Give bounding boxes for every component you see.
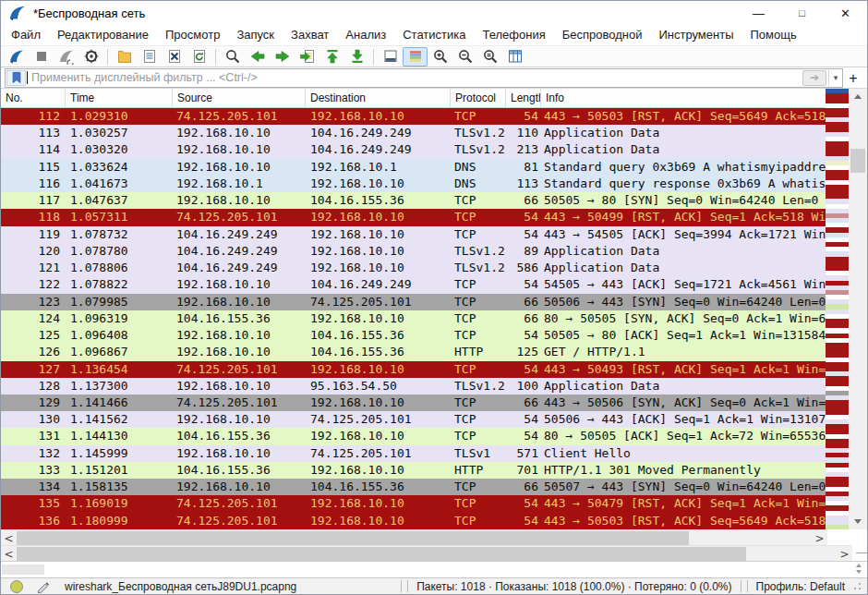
vertical-scrollbar[interactable] [849, 89, 867, 529]
filter-dropdown-caret[interactable]: ▾ [828, 70, 842, 86]
column-header-length[interactable]: Length [506, 89, 541, 107]
packet-row[interactable]: 1341.158135192.168.10.10104.16.155.36TCP… [1, 479, 826, 495]
packet-row[interactable]: 1191.078732104.16.249.249192.168.10.10TC… [1, 226, 826, 243]
menu-wireless[interactable]: Беспроводной [554, 25, 651, 45]
save-file-button[interactable] [137, 47, 162, 67]
packet-row[interactable]: 1201.078780104.16.249.249192.168.10.10TL… [1, 243, 826, 260]
zoom-out-button[interactable] [452, 47, 477, 67]
cell-time: 1.041673 [70, 176, 172, 192]
find-packet-button[interactable] [220, 47, 245, 67]
menu-tools[interactable]: Инструменты [650, 25, 741, 45]
open-file-button[interactable] [112, 47, 137, 67]
capture-options-button[interactable] [78, 47, 103, 67]
go-to-top-button[interactable] [319, 47, 344, 67]
go-to-bottom-button[interactable] [344, 47, 369, 67]
scroll-left-arrow[interactable]: < [1, 530, 17, 546]
close-button[interactable]: ✕ [824, 1, 867, 25]
scroll-right-arrow[interactable]: > [812, 530, 827, 546]
go-forward-button[interactable] [270, 47, 295, 67]
expert-info-icon[interactable] [10, 580, 23, 593]
packet-row[interactable]: 1221.078822192.168.10.10104.16.249.249TC… [1, 276, 826, 293]
cell-destination: 74.125.205.101 [310, 445, 449, 462]
horizontal-scrollbar-2[interactable]: < > [1, 545, 852, 561]
packet-row[interactable]: 1131.030257192.168.10.10104.16.249.249TL… [1, 125, 826, 141]
packet-row[interactable]: 1141.030320192.168.10.10104.16.249.249TL… [1, 141, 826, 158]
resize-grip-icon[interactable] [852, 581, 862, 592]
close-file-button[interactable] [162, 47, 187, 67]
scroll-right-arrow[interactable]: > [837, 546, 852, 562]
packet-row[interactable]: 1161.041673192.168.10.1192.168.10.10DNS1… [1, 176, 826, 192]
packet-row[interactable]: 1351.16901974.125.205.101192.168.10.10TC… [1, 495, 826, 512]
packet-row[interactable]: 1181.05731174.125.205.101192.168.10.10TC… [1, 209, 826, 225]
menu-help[interactable]: Помощь [742, 25, 805, 45]
cell-info: 50506 → 443 [ACK] Seq=1 Ack=1 Win=131072… [544, 411, 826, 428]
minimize-button[interactable]: — [737, 1, 780, 25]
add-filter-button[interactable]: + [843, 68, 863, 88]
zoom-original-button[interactable] [477, 47, 502, 67]
column-header-info[interactable]: Info [541, 89, 827, 107]
vertical-scroll-thumb[interactable] [850, 149, 865, 173]
menu-capture[interactable]: Захват [283, 25, 337, 45]
scroll-up-arrow[interactable] [849, 89, 867, 104]
packet-row[interactable]: 1281.137300192.168.10.1095.163.54.50TLSv… [1, 378, 826, 395]
packet-row[interactable]: 1211.078806104.16.249.249192.168.10.10TL… [1, 260, 826, 276]
apply-filter-button[interactable]: ➔ [802, 70, 826, 86]
packet-row[interactable]: 1291.14146674.125.205.101192.168.10.10TC… [1, 395, 826, 411]
packet-row[interactable]: 1361.18099974.125.205.101192.168.10.10TC… [1, 513, 826, 529]
column-header-time[interactable]: Time [66, 89, 173, 107]
packet-row[interactable]: 1271.13645474.125.205.101192.168.10.10TC… [1, 361, 826, 378]
column-header-destination[interactable]: Destination [306, 89, 451, 107]
cell-time: 1.169019 [70, 495, 172, 512]
filter-bookmark-button[interactable] [6, 70, 26, 86]
auto-scroll-button[interactable] [378, 47, 403, 67]
menu-go[interactable]: Запуск [228, 25, 283, 45]
go-to-packet-button[interactable] [295, 47, 319, 67]
packet-row[interactable]: 1321.145999192.168.10.1074.125.205.101TL… [1, 445, 826, 462]
colorize-packets-button[interactable] [403, 47, 428, 67]
menu-edit[interactable]: Редактирование [49, 25, 157, 45]
packet-row[interactable]: 1171.047637192.168.10.10104.16.155.36TCP… [1, 192, 826, 209]
pane-spinner[interactable] [856, 564, 862, 574]
display-filter-input[interactable]: Применить дисплейный фильтр ... <Ctrl-/>… [5, 68, 843, 88]
packet-row[interactable]: 1261.096867192.168.10.10104.16.155.36HTT… [1, 344, 826, 360]
cell-no: 127 [1, 361, 60, 378]
scroll-left-arrow[interactable]: < [1, 546, 17, 562]
wireshark-fin-icon [8, 5, 27, 21]
column-header-source[interactable]: Source [173, 89, 306, 107]
stop-capture-button[interactable] [29, 47, 54, 67]
maximize-button[interactable]: □ [780, 1, 824, 25]
packet-row[interactable]: 1151.033624192.168.10.10192.168.10.1DNS8… [1, 159, 826, 176]
profile-label[interactable]: Профиль: Default [751, 580, 851, 593]
splitter-handle[interactable] [856, 552, 867, 553]
column-header-protocol[interactable]: Protocol [451, 89, 506, 107]
cell-time: 1.151201 [70, 462, 172, 479]
menu-file[interactable]: Файл [3, 25, 49, 45]
start-capture-button[interactable] [4, 47, 29, 67]
menu-statistics[interactable]: Статистика [394, 25, 474, 45]
column-header-no[interactable]: No. [1, 89, 66, 107]
packet-list-rows: 1121.02931074.125.205.101192.168.10.10TC… [1, 108, 826, 529]
menu-view[interactable]: Просмотр [157, 25, 228, 45]
reload-file-button[interactable] [187, 47, 211, 67]
packet-row[interactable]: 1311.144130104.16.155.36192.168.10.10TCP… [1, 428, 826, 444]
horizontal-scroll-thumb-1[interactable] [17, 531, 689, 545]
horizontal-scroll-thumb-2[interactable] [17, 547, 746, 561]
restart-capture-button[interactable] [54, 47, 78, 67]
packet-minimap[interactable] [826, 89, 849, 529]
go-back-button[interactable] [245, 47, 270, 67]
title-bar: *Беспроводная сеть —□✕ [1, 1, 867, 25]
horizontal-scrollbar-1[interactable]: < > [1, 529, 827, 545]
capture-comment-icon[interactable] [36, 579, 50, 593]
scroll-down-arrow[interactable] [849, 514, 867, 529]
packet-row[interactable]: 1241.096319104.16.155.36192.168.10.10TCP… [1, 310, 826, 327]
packet-row[interactable]: 1331.151201104.16.155.36192.168.10.10HTT… [1, 462, 826, 479]
cell-length: 586 [506, 260, 538, 276]
menu-analyze[interactable]: Анализ [337, 25, 394, 45]
menu-telephony[interactable]: Телефония [474, 25, 553, 45]
packet-row[interactable]: 1231.079985192.168.10.1074.125.205.101TC… [1, 294, 826, 310]
packet-row[interactable]: 1251.096408192.168.10.10104.16.155.36TCP… [1, 327, 826, 344]
zoom-in-button[interactable] [428, 47, 452, 67]
packet-row[interactable]: 1121.02931074.125.205.101192.168.10.10TC… [1, 108, 826, 125]
resize-columns-button[interactable] [502, 47, 527, 67]
packet-row[interactable]: 1301.141562192.168.10.1074.125.205.101TC… [1, 411, 826, 428]
